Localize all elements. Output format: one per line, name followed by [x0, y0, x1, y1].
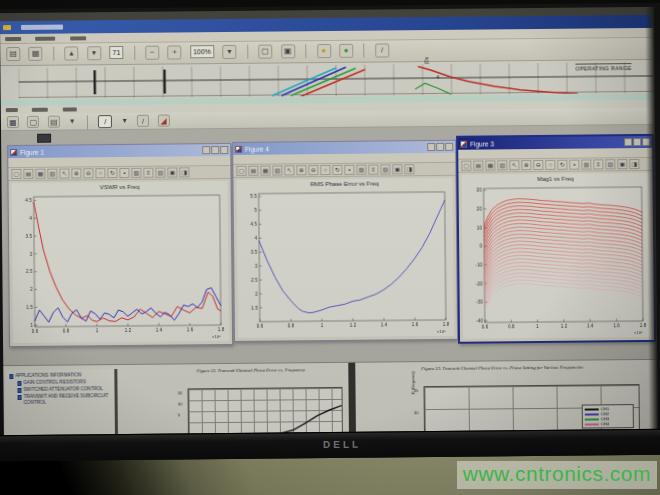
save-figure-icon[interactable]: ▦	[35, 169, 45, 179]
single-page-view-icon[interactable]: ▢	[258, 45, 272, 59]
new-doc-icon[interactable]: ▢	[27, 116, 39, 128]
rotate-3d-icon[interactable]: ↻	[332, 165, 342, 175]
show-plot-tools-icon[interactable]: ◨	[404, 164, 414, 174]
insert-colorbar-icon[interactable]: ▥	[155, 168, 165, 178]
page-down-icon[interactable]: ▾	[87, 46, 101, 60]
save-icon[interactable]: ▦	[7, 116, 19, 128]
maximize-icon[interactable]	[436, 143, 444, 151]
fig32-grid	[187, 387, 342, 434]
open-file-icon[interactable]: ▤	[248, 166, 258, 176]
bookmark-label: SWITCHED ATTENUATOR CONTROL	[23, 386, 103, 393]
insert-legend-icon[interactable]: ▣	[392, 164, 402, 174]
save-icon[interactable]: ▦	[29, 47, 43, 61]
review-tool-icon[interactable]: ●	[339, 44, 353, 58]
edit-plot-icon[interactable]: ↖	[59, 168, 69, 178]
svg-text:2: 2	[255, 291, 258, 296]
show-plot-tools-icon[interactable]: ◨	[179, 167, 189, 177]
figure4-window-title: Figure 4	[245, 144, 426, 153]
bookmark-item[interactable]: APPLICATIONS INFORMATION	[9, 372, 112, 379]
edit-plot-icon[interactable]: ↖	[509, 160, 519, 170]
svg-text:4.5: 4.5	[251, 222, 258, 227]
new-figure-icon[interactable]: ▢	[461, 161, 471, 171]
bookmark-item[interactable]: SWITCHED ATTENUATOR CONTROL	[17, 386, 112, 393]
fig32-ytick: 5	[178, 412, 180, 417]
minimize-icon[interactable]	[624, 138, 632, 146]
show-plot-tools-icon[interactable]: ◨	[629, 159, 639, 169]
save-figure-icon[interactable]: ▦	[485, 160, 495, 170]
floating-tool-icon[interactable]	[37, 134, 51, 143]
dropdown-arrow-icon[interactable]: ▾	[222, 45, 236, 59]
zoom-out-icon[interactable]: ⊖	[308, 165, 318, 175]
open-folder-icon[interactable]: ▤	[48, 116, 60, 128]
insert-legend-icon[interactable]: ▣	[617, 159, 627, 169]
data-cursor-icon[interactable]: ▪	[344, 165, 354, 175]
fit-width-view-icon[interactable]: ▣	[281, 44, 295, 58]
data-cursor-icon[interactable]: ▪	[569, 160, 579, 170]
zoom-in-icon[interactable]: ⊕	[521, 160, 531, 170]
zoom-in-icon[interactable]: +	[168, 45, 182, 59]
bookmark-item[interactable]: GAIN CONTROL RESISTORS	[17, 379, 112, 386]
eraser-tool-icon[interactable]: ◢	[157, 115, 169, 127]
zoom-out-icon[interactable]: −	[145, 46, 159, 60]
maximize-icon[interactable]	[211, 146, 219, 154]
annot-menu-item[interactable]	[63, 107, 77, 111]
pdf-menu-item[interactable]	[5, 37, 21, 41]
bookmark-icon	[9, 374, 13, 379]
brush-data-icon[interactable]: ▧	[581, 159, 591, 169]
minimize-icon[interactable]	[427, 143, 435, 151]
brush-data-icon[interactable]: ▧	[131, 168, 141, 178]
svg-text:4: 4	[254, 236, 257, 241]
print-figure-icon[interactable]: ▥	[47, 169, 57, 179]
svg-text:1: 1	[321, 323, 324, 328]
pan-icon[interactable]: ○	[545, 160, 555, 170]
link-plot-icon[interactable]: ≡	[593, 159, 603, 169]
open-file-icon[interactable]: ▤	[23, 169, 33, 179]
annot-menu-item[interactable]	[6, 108, 18, 112]
rotate-3d-icon[interactable]: ↻	[557, 160, 567, 170]
link-plot-icon[interactable]: ≡	[143, 168, 153, 178]
edit-plot-icon[interactable]: ↖	[284, 165, 294, 175]
sign-tool-icon[interactable]: /	[375, 43, 389, 57]
print-figure-icon[interactable]: ▥	[497, 160, 507, 170]
pan-icon[interactable]: ○	[320, 165, 330, 175]
mag1-chart: -40-30-20-1001020300.60.811.21.41.61.8×1…	[462, 183, 651, 337]
insert-colorbar-icon[interactable]: ▥	[605, 159, 615, 169]
close-icon[interactable]	[220, 146, 228, 154]
new-figure-icon[interactable]: ▢	[11, 169, 21, 179]
zoom-in-icon[interactable]: ⊕	[296, 165, 306, 175]
dropdown-arrow-icon[interactable]: ▾	[121, 115, 129, 127]
brush-data-icon[interactable]: ▧	[356, 165, 366, 175]
new-figure-icon[interactable]: ▢	[236, 166, 246, 176]
legend-swatch	[585, 423, 599, 425]
print-icon[interactable]: ▤	[6, 47, 20, 61]
page-number-field[interactable]: 71	[109, 46, 123, 59]
figure3-window-title: Figure 3	[470, 139, 623, 147]
print-figure-icon[interactable]: ▥	[272, 165, 282, 175]
pdf-menu-item[interactable]	[70, 36, 86, 40]
annot-menu-item[interactable]	[32, 108, 48, 112]
svg-text:20: 20	[477, 207, 483, 212]
pen-tool-icon[interactable]: /	[137, 115, 149, 127]
maximize-icon[interactable]	[633, 138, 641, 146]
pan-icon[interactable]: ○	[95, 168, 105, 178]
fig33-legend: CH1CH2CH3CH4	[582, 404, 634, 428]
dropdown-arrow-icon[interactable]: ▾	[68, 115, 76, 127]
comment-tool-icon[interactable]: ●	[317, 44, 331, 58]
insert-legend-icon[interactable]: ▣	[167, 167, 177, 177]
bookmark-item[interactable]: TRANSMIT AND RECEIVE SUBCIRCUIT CONTROL	[18, 393, 113, 406]
zoom-level-dropdown[interactable]: 100%	[190, 45, 214, 58]
zoom-out-icon[interactable]: ⊖	[533, 160, 543, 170]
link-plot-icon[interactable]: ≡	[368, 165, 378, 175]
pdf-menu-item[interactable]	[36, 37, 56, 41]
zoom-in-icon[interactable]: ⊕	[71, 168, 81, 178]
insert-colorbar-icon[interactable]: ▥	[380, 164, 390, 174]
close-icon[interactable]	[445, 143, 453, 151]
zoom-out-icon[interactable]: ⊖	[83, 168, 93, 178]
rotate-3d-icon[interactable]: ↻	[107, 168, 117, 178]
open-file-icon[interactable]: ▤	[473, 161, 483, 171]
data-cursor-icon[interactable]: ▪	[119, 168, 129, 178]
save-figure-icon[interactable]: ▦	[260, 166, 270, 176]
line-tool-icon[interactable]: /	[98, 115, 112, 128]
page-up-icon[interactable]: ▴	[65, 46, 79, 60]
minimize-icon[interactable]	[202, 146, 210, 154]
